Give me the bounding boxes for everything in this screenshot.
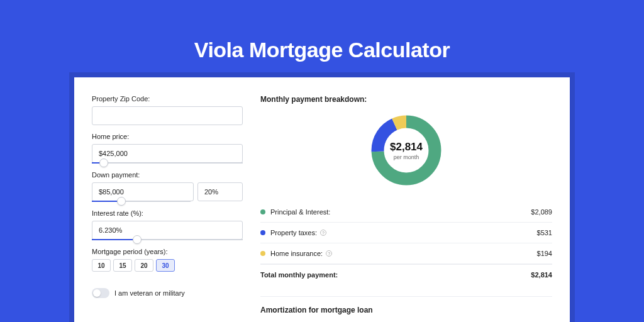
down-payment-amount-input[interactable] [92,182,194,201]
page-title: Viola Mortgage Calculator [0,0,644,77]
legend-dot-icon [260,209,265,214]
zip-label: Property Zip Code: [92,95,243,103]
payment-donut-chart: $2,814 per month [369,113,444,188]
info-icon[interactable]: ? [326,250,332,257]
legend-value: $2,089 [531,208,552,216]
slider-thumb-icon[interactable] [133,235,142,244]
interest-rate-slider[interactable] [92,239,243,240]
donut-sub-label: per month [394,154,419,160]
legend-label: Property taxes: [270,229,317,236]
home-price-field-group: Home price: [92,133,243,164]
amortization-title: Amortization for mortgage loan [260,306,552,314]
veteran-toggle[interactable] [92,288,109,298]
home-price-input[interactable] [92,144,243,163]
legend-label: Principal & Interest: [270,208,330,216]
zip-field-group: Property Zip Code: [92,95,243,125]
breakdown-column: Monthly payment breakdown: $2,814 per mo… [260,95,552,322]
mortgage-period-buttons: 10152030 [92,259,243,272]
period-button-30[interactable]: 30 [156,259,175,272]
toggle-knob-icon [93,289,101,297]
total-label: Total monthly payment: [260,271,338,279]
period-button-10[interactable]: 10 [92,259,111,272]
period-button-15[interactable]: 15 [113,259,132,272]
down-payment-slider[interactable] [92,201,191,202]
breakdown-title: Monthly payment breakdown: [260,95,552,104]
donut-amount: $2,814 [390,141,423,153]
interest-rate-label: Interest rate (%): [92,209,243,217]
down-payment-pct-input[interactable] [197,182,243,201]
legend-row: Principal & Interest:$2,089 [260,202,552,223]
legend-dot-icon [260,230,265,235]
amortization-section: Amortization for mortgage loan Amortizat… [260,296,552,322]
home-price-slider[interactable] [92,162,243,164]
slider-thumb-icon[interactable] [117,197,126,206]
legend-total-row: Total monthly payment:$2,814 [260,264,552,285]
legend-value: $531 [537,229,552,236]
mortgage-period-label: Mortgage period (years): [92,248,243,255]
legend-dot-icon [260,251,265,256]
legend-row: Property taxes:?$531 [260,223,552,243]
breakdown-legend: Principal & Interest:$2,089Property taxe… [260,202,552,285]
form-column: Property Zip Code: Home price: Down paym… [92,95,243,322]
period-button-20[interactable]: 20 [135,259,153,272]
down-payment-field-group: Down payment: [92,171,243,202]
total-value: $2,814 [531,271,552,279]
legend-value: $194 [537,250,552,257]
veteran-toggle-row: I am veteran or military [92,288,243,298]
home-price-label: Home price: [92,133,243,140]
info-icon[interactable]: ? [320,230,326,236]
interest-rate-field-group: Interest rate (%): [92,209,243,240]
calculator-card: Property Zip Code: Home price: Down paym… [74,77,570,322]
slider-thumb-icon[interactable] [99,158,108,167]
zip-input[interactable] [92,106,243,125]
legend-row: Home insurance:?$194 [260,243,552,264]
interest-rate-input[interactable] [92,221,243,240]
veteran-label: I am veteran or military [114,289,185,297]
down-payment-label: Down payment: [92,171,243,179]
mortgage-period-field-group: Mortgage period (years): 10152030 [92,248,243,272]
legend-label: Home insurance: [270,250,323,257]
